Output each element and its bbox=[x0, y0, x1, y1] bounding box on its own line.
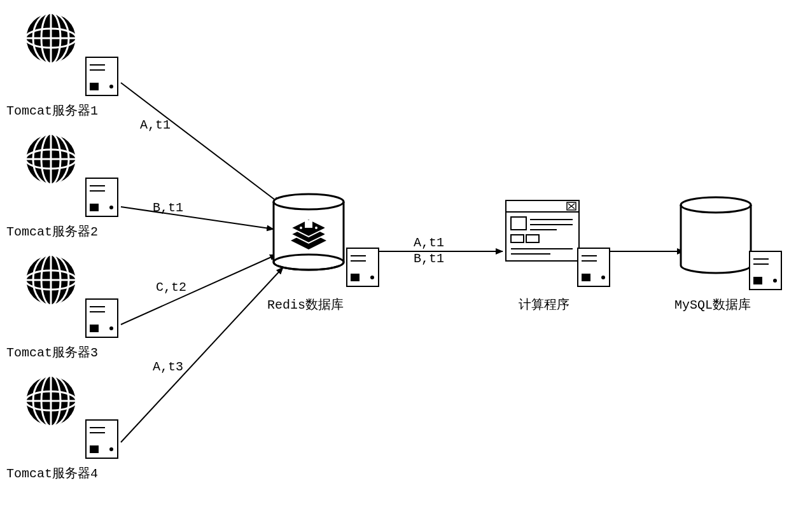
svg-rect-47 bbox=[90, 445, 99, 453]
redis-icon bbox=[267, 191, 388, 293]
compute-label: 计算程序 bbox=[519, 296, 569, 313]
tomcat3-label: Tomcat服务器3 bbox=[6, 344, 98, 361]
edge-tomcat2-redis bbox=[121, 207, 274, 229]
redis-node bbox=[267, 191, 388, 297]
svg-point-59 bbox=[315, 227, 318, 229]
compute-node bbox=[503, 197, 617, 297]
edge-tomcat3-redis bbox=[121, 255, 277, 325]
compute-icon bbox=[503, 197, 617, 293]
svg-rect-81 bbox=[582, 274, 590, 281]
svg-point-24 bbox=[109, 206, 113, 209]
svg-rect-90 bbox=[753, 277, 762, 284]
mysql-icon bbox=[674, 194, 789, 296]
svg-rect-57 bbox=[305, 220, 312, 228]
svg-point-58 bbox=[300, 227, 302, 229]
edge-tomcat4-redis bbox=[121, 267, 283, 442]
svg-point-12 bbox=[109, 85, 113, 88]
svg-point-36 bbox=[109, 326, 113, 330]
redis-label: Redis数据库 bbox=[267, 296, 344, 313]
svg-point-48 bbox=[109, 447, 113, 451]
svg-rect-84 bbox=[681, 205, 751, 265]
svg-rect-63 bbox=[351, 274, 360, 281]
svg-point-91 bbox=[773, 279, 777, 283]
edge-label-t1: A,t1 bbox=[140, 118, 171, 132]
edge-label-redis-compute-1: A,t1 bbox=[414, 235, 444, 250]
tomcat4-label: Tomcat服务器4 bbox=[6, 465, 98, 482]
svg-rect-23 bbox=[90, 204, 99, 211]
mysql-label: MySQL数据库 bbox=[674, 296, 751, 313]
tomcat-icon-2 bbox=[19, 127, 127, 223]
svg-point-82 bbox=[601, 276, 605, 279]
edge-tomcat1-redis bbox=[121, 83, 280, 204]
svg-rect-35 bbox=[90, 325, 99, 332]
tomcat1-label: Tomcat服务器1 bbox=[6, 102, 98, 119]
tomcat-icon-3 bbox=[19, 248, 127, 344]
edge-label-t2: B,t1 bbox=[153, 200, 183, 215]
tomcat-icon-1 bbox=[19, 6, 127, 102]
tomcat-server-4 bbox=[19, 369, 127, 468]
tomcat-server-2 bbox=[19, 127, 127, 227]
svg-rect-11 bbox=[90, 83, 99, 90]
tomcat-server-1 bbox=[19, 6, 127, 106]
tomcat-icon-4 bbox=[19, 369, 127, 465]
tomcat2-label: Tomcat服务器2 bbox=[6, 223, 98, 240]
svg-point-64 bbox=[370, 276, 374, 279]
mysql-node bbox=[674, 194, 789, 300]
diagram-canvas: Tomcat服务器1 Tomcat服务器2 bbox=[0, 0, 789, 532]
edge-label-t3: C,t2 bbox=[156, 280, 186, 295]
tomcat-server-3 bbox=[19, 248, 127, 347]
edge-label-t4: A,t3 bbox=[153, 360, 183, 374]
edge-label-redis-compute-2: B,t1 bbox=[414, 251, 444, 266]
